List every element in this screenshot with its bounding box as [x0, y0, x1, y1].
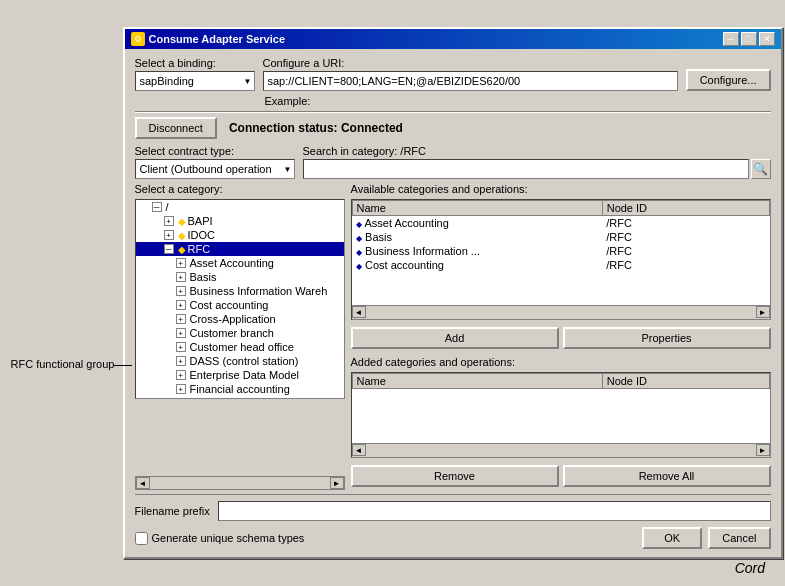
tree-hscroll[interactable]: ◄ ► [135, 476, 345, 490]
folder-icon-bapi: ◆ [178, 216, 186, 227]
folder-icon-rfc: ◆ [178, 244, 186, 255]
disconnect-button[interactable]: Disconnect [135, 117, 217, 139]
expand-cross[interactable]: + [176, 314, 186, 324]
folder-icon-idoc: ◆ [178, 230, 186, 241]
table-row[interactable]: ◆ Business Information ... /RFC [352, 244, 769, 258]
cord-text: Cord [735, 560, 765, 576]
expand-custhead[interactable]: + [176, 342, 186, 352]
avail-nodeid-3: /RFC [602, 258, 769, 272]
avail-name-2: ◆ Business Information ... [352, 244, 602, 258]
tree-item-cross[interactable]: + Cross-Application [136, 312, 344, 326]
tree-label-custhead: Customer head office [190, 341, 294, 353]
example-label: Example: [265, 95, 311, 107]
expand-edm[interactable]: + [176, 370, 186, 380]
tree-item-edm[interactable]: + Enterprise Data Model [136, 368, 344, 382]
added-hscroll[interactable]: ◄ ► [352, 443, 770, 457]
expand-gl[interactable]: + [176, 398, 186, 399]
generate-label: Generate unique schema types [152, 532, 305, 544]
table-row[interactable]: ◆ Cost accounting /RFC [352, 258, 769, 272]
uri-input[interactable] [263, 71, 678, 91]
tree-label-asset: Asset Accounting [190, 257, 274, 269]
minimize-button[interactable]: ─ [723, 32, 739, 46]
tree-item-custbranch[interactable]: + Customer branch [136, 326, 344, 340]
expand-basis[interactable]: + [176, 272, 186, 282]
available-col-nodeid: Node ID [602, 201, 769, 216]
tree-root-label: / [166, 201, 169, 213]
search-input[interactable] [303, 159, 749, 179]
tree-item-basis[interactable]: + Basis [136, 270, 344, 284]
generate-checkbox[interactable] [135, 532, 148, 545]
added-hscroll-right[interactable]: ► [756, 444, 770, 456]
expand-dass[interactable]: + [176, 356, 186, 366]
tree-item-asset[interactable]: + Asset Accounting [136, 256, 344, 270]
contract-label: Select contract type: [135, 145, 295, 157]
cancel-button[interactable]: Cancel [708, 527, 770, 549]
remove-all-button[interactable]: Remove All [563, 465, 771, 487]
remove-button[interactable]: Remove [351, 465, 559, 487]
available-col-name: Name [352, 201, 602, 216]
avail-name-3: ◆ Cost accounting [352, 258, 602, 272]
tree-label-idoc: IDOC [188, 229, 216, 241]
hscroll-left[interactable]: ◄ [136, 477, 150, 489]
contract-select[interactable]: Client (Outbound operation [135, 159, 295, 179]
available-hscroll[interactable]: ◄ ► [352, 305, 770, 319]
available-table-scroll[interactable]: Name Node ID ◆ Asset Accounting [352, 200, 770, 305]
expand-root[interactable]: ─ [152, 202, 162, 212]
tree-item-idoc[interactable]: + ◆ IDOC [136, 228, 344, 242]
tree-label-fin: Financial accounting [190, 383, 290, 395]
tree-item-root[interactable]: ─ / [136, 200, 344, 214]
category-tree[interactable]: ─ / + ◆ BAPI + ◆ IDOC [135, 199, 345, 399]
tree-label-dass: DASS (control station) [190, 355, 299, 367]
avail-name-0: ◆ Asset Accounting [352, 216, 602, 231]
category-label: Select a category: [135, 183, 345, 195]
tree-item-biw[interactable]: + Business Information Wareh [136, 284, 344, 298]
title-bar: ⚙ Consume Adapter Service ─ □ ✕ [125, 29, 781, 49]
added-table-container: Name Node ID ◄ [351, 372, 771, 458]
tree-item-dass[interactable]: + DASS (control station) [136, 354, 344, 368]
added-hscroll-left[interactable]: ◄ [352, 444, 366, 456]
available-label: Available categories and operations: [351, 183, 771, 195]
tree-item-rfc[interactable]: ─ ◆ RFC [136, 242, 344, 256]
table-row[interactable]: ◆ Basis /RFC [352, 230, 769, 244]
tree-label-biw: Business Information Wareh [190, 285, 328, 297]
avail-hscroll-right[interactable]: ► [756, 306, 770, 318]
tree-label-cross: Cross-Application [190, 313, 276, 325]
expand-rfc[interactable]: ─ [164, 244, 174, 254]
hscroll-right[interactable]: ► [330, 477, 344, 489]
added-table-scroll[interactable]: Name Node ID [352, 373, 770, 443]
expand-biw[interactable]: + [176, 286, 186, 296]
binding-select[interactable]: sapBinding [135, 71, 255, 91]
filename-label: Filename prefix [135, 505, 210, 517]
expand-asset[interactable]: + [176, 258, 186, 268]
main-window: ⚙ Consume Adapter Service ─ □ ✕ Select a… [123, 27, 783, 559]
uri-label: Configure a URI: [263, 57, 678, 69]
avail-hscroll-left[interactable]: ◄ [352, 306, 366, 318]
tree-label-basis: Basis [190, 271, 217, 283]
filename-input[interactable] [218, 501, 771, 521]
properties-button[interactable]: Properties [563, 327, 771, 349]
expand-idoc[interactable]: + [164, 230, 174, 240]
tree-item-fin[interactable]: + Financial accounting [136, 382, 344, 396]
maximize-button[interactable]: □ [741, 32, 757, 46]
tree-label-rfc: RFC [188, 243, 211, 255]
expand-custbranch[interactable]: + [176, 328, 186, 338]
tree-label-gl: General ledger [190, 397, 263, 399]
tree-item-cost[interactable]: + Cost accounting [136, 298, 344, 312]
tree-item-bapi[interactable]: + ◆ BAPI [136, 214, 344, 228]
expand-cost[interactable]: + [176, 300, 186, 310]
tree-item-custhead[interactable]: + Customer head office [136, 340, 344, 354]
close-button[interactable]: ✕ [759, 32, 775, 46]
added-hscroll-track [366, 444, 756, 457]
tree-item-gl[interactable]: + General ledger [136, 396, 344, 399]
avail-nodeid-0: /RFC [602, 216, 769, 231]
search-button[interactable]: 🔍 [751, 159, 771, 179]
ok-button[interactable]: OK [642, 527, 702, 549]
configure-button[interactable]: Configure... [686, 69, 771, 91]
table-row[interactable]: ◆ Asset Accounting /RFC [352, 216, 769, 231]
expand-fin[interactable]: + [176, 384, 186, 394]
expand-bapi[interactable]: + [164, 216, 174, 226]
avail-hscroll-track [366, 306, 756, 319]
binding-label: Select a binding: [135, 57, 255, 69]
added-table: Name Node ID [352, 373, 770, 389]
add-button[interactable]: Add [351, 327, 559, 349]
